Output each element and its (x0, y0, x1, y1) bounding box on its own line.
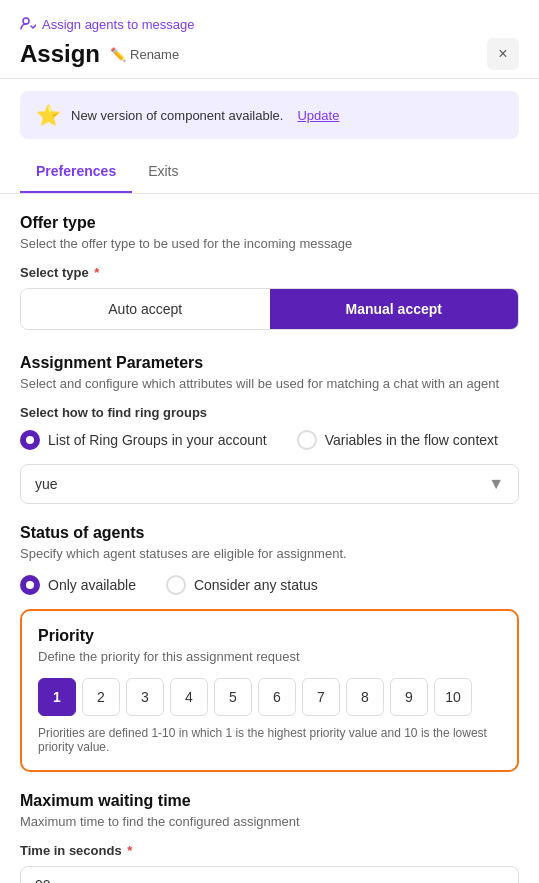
time-required-star: * (127, 843, 132, 858)
ring-groups-label: Select how to find ring groups (20, 405, 519, 420)
priority-7-button[interactable]: 7 (302, 678, 340, 716)
star-icon: ⭐ (36, 103, 61, 127)
assign-agents-icon (20, 16, 36, 32)
assignment-params-section: Assignment Parameters Select and configu… (20, 354, 519, 504)
offer-type-toggle: Auto accept Manual accept (20, 288, 519, 330)
max-waiting-title: Maximum waiting time (20, 792, 519, 810)
priority-3-button[interactable]: 3 (126, 678, 164, 716)
assignment-params-desc: Select and configure which attributes wi… (20, 376, 519, 391)
assignment-params-title: Assignment Parameters (20, 354, 519, 372)
only-available-option[interactable]: Only available (20, 575, 136, 595)
ring-group-variables-option[interactable]: Variables in the flow context (297, 430, 498, 450)
offer-type-section: Offer type Select the offer type to be u… (20, 214, 519, 330)
priority-6-button[interactable]: 6 (258, 678, 296, 716)
only-available-label: Only available (48, 577, 136, 593)
close-button[interactable]: × (487, 38, 519, 70)
update-banner: ⭐ New version of component available. Up… (20, 91, 519, 139)
chevron-down-icon: ▼ (488, 475, 504, 493)
select-type-text: Select type (20, 265, 89, 280)
header-title-row: Assign ✏️ Rename × (20, 38, 519, 70)
required-star: * (94, 265, 99, 280)
title-text: Assign (20, 40, 100, 68)
tab-exits[interactable]: Exits (132, 151, 194, 193)
main-content: Offer type Select the offer type to be u… (0, 194, 539, 883)
update-link[interactable]: Update (297, 108, 339, 123)
offer-type-desc: Select the offer type to be used for the… (20, 236, 519, 251)
time-label-text: Time in seconds (20, 843, 122, 858)
priority-note: Priorities are defined 1-10 in which 1 i… (38, 726, 501, 754)
exits-tab-label: Exits (148, 163, 178, 179)
ring-group-account-radio[interactable] (20, 430, 40, 450)
pencil-icon: ✏️ (110, 47, 126, 62)
rename-button[interactable]: ✏️ Rename (110, 47, 179, 62)
max-waiting-section: Maximum waiting time Maximum time to fin… (20, 792, 519, 883)
only-available-radio[interactable] (20, 575, 40, 595)
priority-section: Priority Define the priority for this as… (20, 609, 519, 772)
auto-accept-button[interactable]: Auto accept (21, 289, 270, 329)
ring-group-variables-label: Variables in the flow context (325, 432, 498, 448)
priority-5-button[interactable]: 5 (214, 678, 252, 716)
dropdown-selected-value: yue (35, 476, 58, 492)
page-title: Assign ✏️ Rename (20, 40, 179, 68)
ring-group-variables-radio[interactable] (297, 430, 317, 450)
breadcrumb: Assign agents to message (20, 16, 519, 32)
consider-any-label: Consider any status (194, 577, 318, 593)
agent-status-radio-group: Only available Consider any status (20, 575, 519, 595)
priority-title: Priority (38, 627, 501, 645)
ring-group-radio-group: List of Ring Groups in your account Vari… (20, 430, 519, 450)
ring-group-account-label: List of Ring Groups in your account (48, 432, 267, 448)
time-in-seconds-label: Time in seconds * (20, 843, 519, 858)
tab-preferences[interactable]: Preferences (20, 151, 132, 193)
priority-8-button[interactable]: 8 (346, 678, 384, 716)
max-waiting-desc: Maximum time to find the configured assi… (20, 814, 519, 829)
time-in-seconds-input[interactable] (20, 866, 519, 883)
agent-status-desc: Specify which agent statuses are eligibl… (20, 546, 519, 561)
breadcrumb-text: Assign agents to message (42, 17, 194, 32)
priority-9-button[interactable]: 9 (390, 678, 428, 716)
manual-accept-button[interactable]: Manual accept (270, 289, 519, 329)
priority-10-button[interactable]: 10 (434, 678, 472, 716)
select-type-label: Select type * (20, 265, 519, 280)
tabs-container: Preferences Exits (0, 151, 539, 194)
priority-2-button[interactable]: 2 (82, 678, 120, 716)
agent-status-section: Status of agents Specify which agent sta… (20, 524, 519, 595)
priority-1-button[interactable]: 1 (38, 678, 76, 716)
consider-any-radio[interactable] (166, 575, 186, 595)
priority-number-group: 1 2 3 4 5 6 7 8 9 10 (38, 678, 501, 716)
header-section: Assign agents to message Assign ✏️ Renam… (0, 0, 539, 79)
banner-text: New version of component available. (71, 108, 283, 123)
priority-4-button[interactable]: 4 (170, 678, 208, 716)
consider-any-option[interactable]: Consider any status (166, 575, 318, 595)
close-icon: × (498, 45, 507, 63)
offer-type-title: Offer type (20, 214, 519, 232)
preferences-tab-label: Preferences (36, 163, 116, 179)
priority-desc: Define the priority for this assignment … (38, 649, 501, 664)
rename-label: Rename (130, 47, 179, 62)
ring-group-account-option[interactable]: List of Ring Groups in your account (20, 430, 267, 450)
ring-group-dropdown[interactable]: yue ▼ (20, 464, 519, 504)
agent-status-title: Status of agents (20, 524, 519, 542)
svg-point-0 (23, 18, 29, 24)
